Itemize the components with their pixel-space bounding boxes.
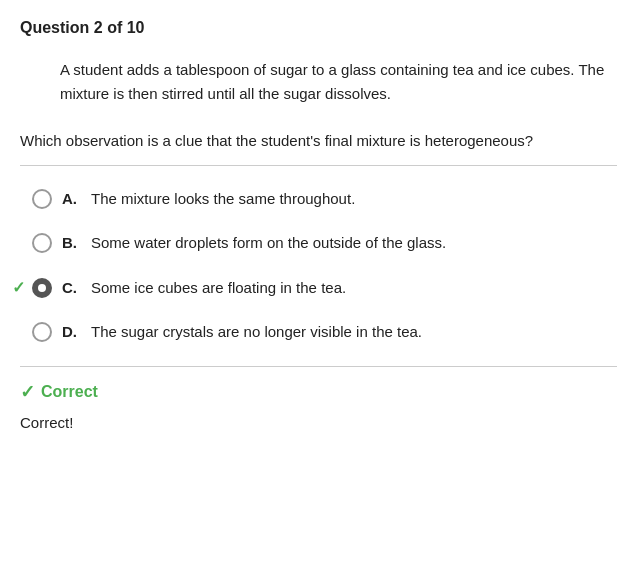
result-correct-label: ✓ Correct — [20, 379, 617, 406]
selected-check-mark: ✓ — [12, 276, 25, 300]
answer-list: A. The mixture looks the same throughout… — [20, 178, 617, 354]
radio-d[interactable] — [32, 322, 52, 342]
question-text: Which observation is a clue that the stu… — [20, 130, 617, 153]
result-message: Correct! — [20, 412, 617, 435]
correct-status-text: Correct — [41, 380, 98, 404]
divider-top — [20, 165, 617, 166]
answer-label-a: A. — [62, 188, 77, 211]
radio-c[interactable] — [32, 278, 52, 298]
answer-text-b: Some water droplets form on the outside … — [91, 232, 446, 255]
radio-a[interactable] — [32, 189, 52, 209]
answer-label-b: B. — [62, 232, 77, 255]
answer-label-d: D. — [62, 321, 77, 344]
answer-label-c: C. — [62, 277, 77, 300]
answer-item-b[interactable]: B. Some water droplets form on the outsi… — [20, 222, 617, 265]
question-header: Question 2 of 10 — [20, 16, 617, 40]
radio-b[interactable] — [32, 233, 52, 253]
answer-item-d[interactable]: D. The sugar crystals are no longer visi… — [20, 311, 617, 354]
answer-text-c: Some ice cubes are floating in the tea. — [91, 277, 346, 300]
question-passage: A student adds a tablespoon of sugar to … — [60, 58, 617, 106]
correct-check-icon: ✓ — [20, 379, 35, 406]
answer-text-d: The sugar crystals are no longer visible… — [91, 321, 422, 344]
answer-item-a[interactable]: A. The mixture looks the same throughout… — [20, 178, 617, 221]
divider-bottom — [20, 366, 617, 367]
answer-text-a: The mixture looks the same throughout. — [91, 188, 355, 211]
result-section: ✓ Correct Correct! — [20, 379, 617, 435]
answer-item-c[interactable]: ✓ C. Some ice cubes are floating in the … — [20, 267, 617, 310]
